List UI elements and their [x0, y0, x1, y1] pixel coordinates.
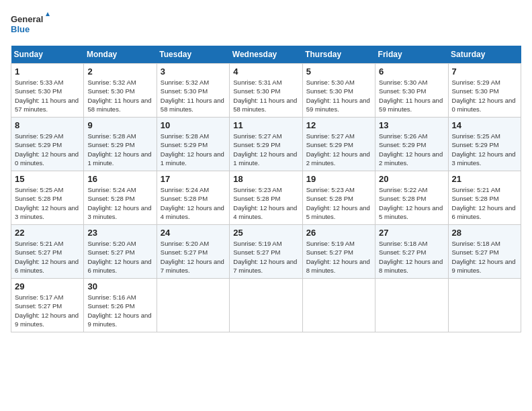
calendar-cell: 8Sunrise: 5:29 AMSunset: 5:29 PMDaylight…: [11, 118, 84, 171]
day-number: 13: [379, 120, 444, 130]
calendar-cell: 4Sunrise: 5:31 AMSunset: 5:30 PMDaylight…: [230, 64, 302, 118]
weekday-header-row: SundayMondayTuesdayWednesdayThursdayFrid…: [11, 46, 521, 64]
day-number: 25: [233, 228, 298, 238]
day-info: Sunrise: 5:30 AMSunset: 5:30 PMDaylight:…: [379, 78, 444, 113]
day-info: Sunrise: 5:29 AMSunset: 5:30 PMDaylight:…: [452, 78, 517, 113]
calendar-cell: 15Sunrise: 5:25 AMSunset: 5:28 PMDayligh…: [11, 171, 84, 225]
calendar-cell: 10Sunrise: 5:28 AMSunset: 5:29 PMDayligh…: [157, 118, 229, 171]
calendar-cell: 29Sunrise: 5:17 AMSunset: 5:27 PMDayligh…: [11, 279, 84, 332]
day-number: 14: [452, 120, 517, 130]
day-info: Sunrise: 5:30 AMSunset: 5:30 PMDaylight:…: [306, 78, 371, 113]
calendar-week-row: 1Sunrise: 5:33 AMSunset: 5:30 PMDaylight…: [11, 64, 521, 118]
calendar-cell: 22Sunrise: 5:21 AMSunset: 5:27 PMDayligh…: [11, 225, 84, 279]
day-number: 6: [379, 66, 444, 77]
calendar-cell: [230, 279, 302, 332]
day-info: Sunrise: 5:24 AMSunset: 5:28 PMDaylight:…: [87, 185, 152, 221]
day-info: Sunrise: 5:27 AMSunset: 5:29 PMDaylight:…: [233, 132, 298, 167]
calendar-cell: 30Sunrise: 5:16 AMSunset: 5:26 PMDayligh…: [84, 279, 157, 332]
svg-marker-2: [46, 12, 50, 16]
day-info: Sunrise: 5:28 AMSunset: 5:29 PMDaylight:…: [161, 132, 226, 167]
calendar-week-row: 8Sunrise: 5:29 AMSunset: 5:29 PMDaylight…: [11, 118, 521, 171]
weekday-header-tuesday: Tuesday: [157, 46, 229, 64]
calendar-cell: 17Sunrise: 5:24 AMSunset: 5:28 PMDayligh…: [157, 171, 229, 225]
day-info: Sunrise: 5:25 AMSunset: 5:29 PMDaylight:…: [452, 132, 517, 167]
day-number: 5: [306, 66, 371, 77]
calendar-cell: 20Sunrise: 5:22 AMSunset: 5:28 PMDayligh…: [375, 171, 448, 225]
day-info: Sunrise: 5:33 AMSunset: 5:30 PMDaylight:…: [15, 78, 80, 113]
calendar-cell: [448, 279, 521, 332]
day-number: 27: [379, 228, 444, 238]
day-info: Sunrise: 5:19 AMSunset: 5:27 PMDaylight:…: [306, 239, 371, 275]
calendar-week-row: 15Sunrise: 5:25 AMSunset: 5:28 PMDayligh…: [11, 171, 521, 225]
calendar-cell: 16Sunrise: 5:24 AMSunset: 5:28 PMDayligh…: [84, 171, 157, 225]
calendar-cell: 27Sunrise: 5:18 AMSunset: 5:27 PMDayligh…: [375, 225, 448, 279]
calendar-cell: 28Sunrise: 5:18 AMSunset: 5:27 PMDayligh…: [448, 225, 521, 279]
weekday-header-wednesday: Wednesday: [230, 46, 302, 64]
day-number: 16: [87, 174, 152, 184]
day-info: Sunrise: 5:18 AMSunset: 5:27 PMDaylight:…: [452, 239, 517, 275]
day-info: Sunrise: 5:20 AMSunset: 5:27 PMDaylight:…: [161, 239, 226, 275]
day-info: Sunrise: 5:29 AMSunset: 5:29 PMDaylight:…: [15, 132, 80, 167]
day-number: 21: [452, 174, 517, 184]
weekday-header-saturday: Saturday: [448, 46, 521, 64]
weekday-header-thursday: Thursday: [302, 46, 375, 64]
calendar-cell: 25Sunrise: 5:19 AMSunset: 5:27 PMDayligh…: [230, 225, 302, 279]
calendar-cell: 5Sunrise: 5:30 AMSunset: 5:30 PMDaylight…: [302, 64, 375, 118]
day-info: Sunrise: 5:24 AMSunset: 5:28 PMDaylight:…: [161, 185, 226, 221]
day-info: Sunrise: 5:16 AMSunset: 5:26 PMDaylight:…: [87, 293, 152, 328]
day-info: Sunrise: 5:27 AMSunset: 5:29 PMDaylight:…: [306, 132, 371, 167]
calendar-cell: 11Sunrise: 5:27 AMSunset: 5:29 PMDayligh…: [230, 118, 302, 171]
day-info: Sunrise: 5:22 AMSunset: 5:28 PMDaylight:…: [379, 185, 444, 221]
day-number: 30: [87, 281, 152, 291]
day-number: 2: [87, 66, 152, 77]
day-number: 11: [233, 120, 298, 130]
calendar-cell: 7Sunrise: 5:29 AMSunset: 5:30 PMDaylight…: [448, 64, 521, 118]
day-number: 22: [15, 228, 80, 238]
day-info: Sunrise: 5:28 AMSunset: 5:29 PMDaylight:…: [87, 132, 152, 167]
day-info: Sunrise: 5:18 AMSunset: 5:27 PMDaylight:…: [379, 239, 444, 275]
calendar-cell: 18Sunrise: 5:23 AMSunset: 5:28 PMDayligh…: [230, 171, 302, 225]
day-number: 18: [233, 174, 298, 184]
calendar-cell: 12Sunrise: 5:27 AMSunset: 5:29 PMDayligh…: [302, 118, 375, 171]
day-number: 1: [15, 66, 80, 77]
day-info: Sunrise: 5:17 AMSunset: 5:27 PMDaylight:…: [15, 293, 80, 328]
weekday-header-sunday: Sunday: [11, 46, 84, 64]
svg-text:General: General: [11, 14, 43, 24]
day-info: Sunrise: 5:23 AMSunset: 5:28 PMDaylight:…: [233, 185, 298, 221]
calendar-cell: [302, 279, 375, 332]
svg-text:Blue: Blue: [11, 24, 30, 34]
calendar-cell: 24Sunrise: 5:20 AMSunset: 5:27 PMDayligh…: [157, 225, 229, 279]
calendar-cell: 3Sunrise: 5:32 AMSunset: 5:30 PMDaylight…: [157, 64, 229, 118]
day-number: 29: [15, 281, 80, 291]
calendar-cell: 19Sunrise: 5:23 AMSunset: 5:28 PMDayligh…: [302, 171, 375, 225]
day-number: 7: [452, 66, 517, 77]
calendar-cell: 6Sunrise: 5:30 AMSunset: 5:30 PMDaylight…: [375, 64, 448, 118]
calendar-cell: 9Sunrise: 5:28 AMSunset: 5:29 PMDaylight…: [84, 118, 157, 171]
calendar-cell: 1Sunrise: 5:33 AMSunset: 5:30 PMDaylight…: [11, 64, 84, 118]
logo-svg: General Blue: [11, 11, 51, 38]
calendar-cell: 21Sunrise: 5:21 AMSunset: 5:28 PMDayligh…: [448, 171, 521, 225]
day-info: Sunrise: 5:23 AMSunset: 5:28 PMDaylight:…: [306, 185, 371, 221]
day-info: Sunrise: 5:32 AMSunset: 5:30 PMDaylight:…: [87, 78, 152, 113]
day-number: 24: [161, 228, 226, 238]
day-info: Sunrise: 5:21 AMSunset: 5:28 PMDaylight:…: [452, 185, 517, 221]
day-info: Sunrise: 5:26 AMSunset: 5:29 PMDaylight:…: [379, 132, 444, 167]
day-number: 26: [306, 228, 371, 238]
weekday-header-friday: Friday: [375, 46, 448, 64]
calendar-cell: 14Sunrise: 5:25 AMSunset: 5:29 PMDayligh…: [448, 118, 521, 171]
day-number: 10: [161, 120, 226, 130]
calendar-cell: [375, 279, 448, 332]
day-number: 28: [452, 228, 517, 238]
weekday-header-monday: Monday: [84, 46, 157, 64]
calendar-week-row: 29Sunrise: 5:17 AMSunset: 5:27 PMDayligh…: [11, 279, 521, 332]
day-info: Sunrise: 5:21 AMSunset: 5:27 PMDaylight:…: [15, 239, 80, 275]
calendar-cell: 13Sunrise: 5:26 AMSunset: 5:29 PMDayligh…: [375, 118, 448, 171]
day-number: 3: [161, 66, 226, 77]
calendar-table: SundayMondayTuesdayWednesdayThursdayFrid…: [11, 46, 521, 332]
page-header: General Blue: [11, 11, 521, 38]
day-number: 17: [161, 174, 226, 184]
day-number: 4: [233, 66, 298, 77]
day-number: 19: [306, 174, 371, 184]
day-number: 23: [87, 228, 152, 238]
day-info: Sunrise: 5:31 AMSunset: 5:30 PMDaylight:…: [233, 78, 298, 113]
